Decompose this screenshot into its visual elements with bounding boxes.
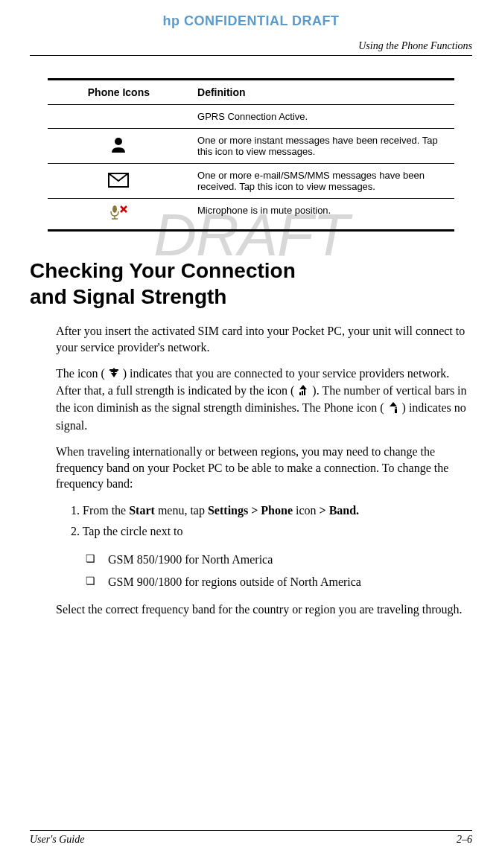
table-header-definition: Definition <box>190 80 454 105</box>
footer-left: User's Guide <box>30 834 84 846</box>
heading-line2: and Signal Strength <box>30 285 226 308</box>
running-header: Using the Phone Functions <box>30 40 472 56</box>
bullet-list: GSM 850/1900 for North America GSM 900/1… <box>86 551 472 591</box>
table-row: GPRS Connection Active. <box>48 105 454 129</box>
signal-full-icon <box>297 384 309 401</box>
svg-point-0 <box>115 138 122 145</box>
step1-b: Start <box>129 504 155 517</box>
step-list: 1. From the Start menu, tap Settings > P… <box>71 502 472 540</box>
svg-rect-7 <box>299 392 301 395</box>
definition-cell: One or more instant messages have been r… <box>190 129 454 164</box>
confidential-header: hp CONFIDENTIAL DRAFT <box>30 13 472 29</box>
icon-cell-envelope <box>48 164 190 199</box>
paragraph-4: Select the correct frequency band for th… <box>56 601 472 618</box>
svg-rect-9 <box>304 389 305 395</box>
paragraph-1: After you insert the activated SIM card … <box>56 323 472 355</box>
signal-connected-icon <box>108 367 120 383</box>
icon-cell-mic-mute <box>48 199 190 231</box>
section-heading: Checking Your Connection and Signal Stre… <box>30 258 472 310</box>
page-footer: User's Guide 2–6 <box>30 830 472 846</box>
icon-cell-person <box>48 129 190 164</box>
step1-a: 1. From the <box>71 504 129 517</box>
step-2: 2. Tap the circle next to <box>71 523 472 540</box>
step1-e: icon <box>293 504 320 517</box>
step-1: 1. From the Start menu, tap Settings > P… <box>71 502 472 519</box>
step1-f: > Band. <box>320 504 360 517</box>
signal-none-icon <box>387 401 399 418</box>
step1-d: Settings > Phone <box>208 504 293 517</box>
heading-line1: Checking Your Connection <box>30 259 296 282</box>
phone-icons-table: Phone Icons Definition GPRS Connection A… <box>48 78 454 232</box>
step1-c: menu, tap <box>155 504 208 517</box>
table-row: Microphone is in mute position. <box>48 199 454 231</box>
table-row: One or more e-mail/SMS/MMS messages have… <box>48 164 454 199</box>
icon-cell-empty <box>48 105 190 129</box>
bullet-1: GSM 850/1900 for North America <box>86 551 472 569</box>
definition-cell: One or more e-mail/SMS/MMS messages have… <box>190 164 454 199</box>
paragraph-3: When traveling internationally or betwee… <box>56 444 472 492</box>
person-icon <box>109 136 127 154</box>
bullet-2: GSM 900/1800 for regions outside of Nort… <box>86 573 472 591</box>
svg-point-11 <box>395 407 396 409</box>
para2-text-a: The icon ( <box>56 367 105 380</box>
table-row: One or more instant messages have been r… <box>48 129 454 164</box>
footer-right: 2–6 <box>457 834 472 846</box>
svg-point-2 <box>112 205 117 213</box>
table-header-icons: Phone Icons <box>48 80 190 105</box>
definition-cell: GPRS Connection Active. <box>190 105 454 129</box>
definition-cell: Microphone is in mute position. <box>190 199 454 231</box>
svg-rect-8 <box>302 391 303 395</box>
paragraph-2: The icon ( ) indicates that you are conn… <box>56 366 472 433</box>
mic-mute-icon <box>109 205 128 221</box>
envelope-icon <box>108 173 129 188</box>
